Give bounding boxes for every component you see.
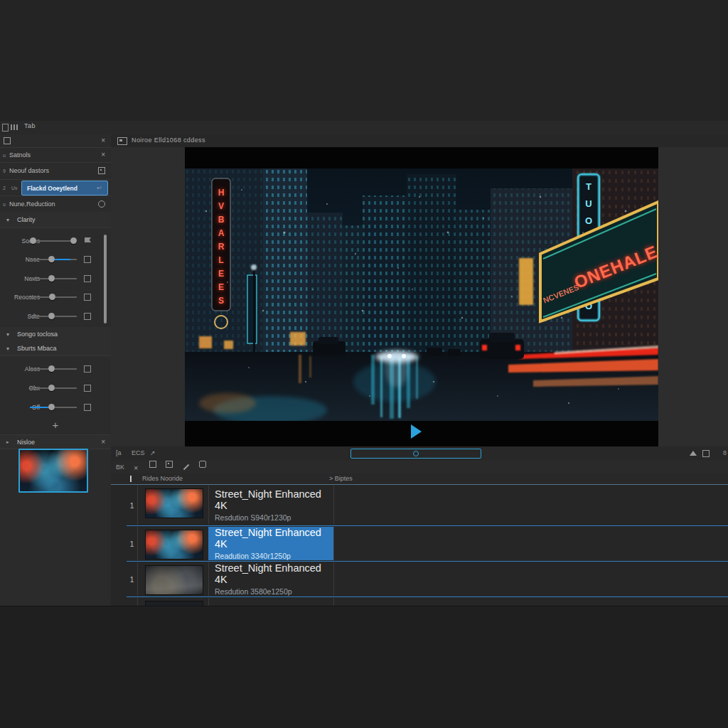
bk-icon[interactable]: BK (116, 464, 124, 471)
slider-checkbox[interactable] (84, 365, 91, 373)
crop-icon[interactable]: [a (116, 449, 122, 456)
selected-effect-chip[interactable]: Flackd Ooeytlend ↩ (21, 181, 108, 196)
clip-row[interactable]: 1 Street_Night Enhanced 4K Resdution 358… (127, 562, 728, 596)
section-songo[interactable]: ▾ Songo toclosa (0, 327, 111, 342)
clip-thumbnail[interactable] (145, 530, 203, 560)
close-icon[interactable]: × (101, 151, 105, 159)
timeline-track-area[interactable] (334, 527, 728, 560)
pen-icon[interactable] (183, 464, 189, 470)
effects-panel: × u Satnols × 9 Neouf dastors 2 Uv Flack… (0, 134, 112, 606)
timeline-track-area[interactable] (334, 562, 728, 596)
section-label: Sburts Mbaca (17, 345, 57, 352)
item-prefix-icon: o (3, 201, 6, 206)
grid-icon[interactable] (11, 124, 19, 130)
circle-icon[interactable] (98, 200, 105, 208)
clip-thumbnail[interactable] (145, 488, 203, 518)
playhead-dot[interactable] (413, 451, 419, 456)
panel-scrollbar[interactable] (104, 235, 107, 323)
section-clarity[interactable]: ▾ Clarity (0, 212, 111, 228)
slider-handle[interactable] (48, 404, 55, 410)
video-frame-illustration: HVBARLEES HVBARLEES TUOKYOVO (185, 168, 658, 421)
panel-item[interactable]: 9 Neouf dastors (0, 162, 111, 180)
export-icon[interactable] (690, 451, 697, 456)
slider-track[interactable] (30, 259, 77, 260)
frame-icon[interactable] (149, 461, 156, 468)
fullscreen-icon[interactable] (702, 450, 710, 457)
thumb-cell (137, 598, 209, 606)
slider-track[interactable] (30, 368, 77, 370)
clip-name-cell[interactable]: Street_Night Enhanced 4K Resdution S940r… (208, 486, 334, 525)
close-icon[interactable]: × (134, 464, 138, 472)
preview-title: Noiroe Elld1068 cddess (132, 136, 205, 144)
slider-track[interactable] (30, 296, 77, 298)
slider-checkbox[interactable] (84, 404, 91, 411)
tab-label[interactable]: Tab (24, 122, 36, 129)
item-label: Nune.Reduction (9, 200, 55, 208)
film-icon (117, 137, 127, 145)
clip-name-cell[interactable]: Street_Night Ofmines 44 (208, 598, 334, 606)
box-icon[interactable] (98, 167, 105, 174)
reset-icon[interactable]: ↩ (97, 186, 102, 191)
panel-item[interactable]: u Satnols × (0, 147, 111, 163)
timeline-toolbar: BK × (111, 461, 728, 474)
app-window: Tab × u Satnols × 9 Neouf dastors 2 Uv F… (0, 0, 728, 728)
slider-row: Reoostes (0, 288, 111, 306)
thumb-cell (137, 562, 209, 596)
chevron-down-icon: ▾ (6, 346, 9, 352)
clip-thumbnail[interactable] (145, 601, 203, 606)
share-arrow-icon[interactable]: ↗ (150, 449, 156, 456)
slider-track[interactable] (30, 387, 77, 389)
clip-row-selected[interactable]: 1 Street_Night Enhanced 4K Readution 334… (127, 527, 728, 560)
section-sburts[interactable]: ▾ Sburts Mbaca (0, 341, 111, 356)
panel-icon[interactable] (4, 137, 11, 144)
slider-track[interactable] (30, 240, 77, 242)
clip-thumbnail[interactable] (145, 565, 203, 595)
playhead-cursor-icon[interactable] (130, 476, 132, 482)
tab-strip: Tab (0, 121, 728, 135)
scrubber-bar[interactable] (350, 449, 481, 459)
close-icon[interactable]: × (101, 439, 105, 446)
clip-name-cell[interactable]: Street_Night Enhanced 4K Readution 3340r… (208, 527, 334, 560)
list-icon[interactable] (2, 124, 9, 132)
slider-track[interactable] (30, 278, 77, 279)
slider-handle[interactable] (30, 237, 36, 244)
slider-checkbox[interactable] (84, 385, 91, 392)
timeline-track-area[interactable] (334, 486, 728, 525)
bottom-background (0, 606, 728, 728)
transport-bar: [a ECS ↗ 8 (111, 446, 728, 461)
slider-checkbox[interactable] (84, 313, 91, 320)
preview-thumbnail[interactable] (18, 449, 88, 493)
play-icon[interactable] (411, 424, 422, 439)
clip-row[interactable]: 1 Street_Night Enhanced 4K Resdution S94… (127, 486, 728, 525)
row-separator (127, 561, 728, 562)
slider-checkbox[interactable] (84, 275, 91, 282)
clip-row[interactable]: Street_Night Ofmines 44 (127, 598, 728, 606)
panel-item-selected[interactable]: 2 Uv Flackd Ooeytlend ↩ (0, 179, 111, 196)
panel-item[interactable]: o Nune.Reduction (0, 196, 111, 213)
video-canvas[interactable]: HVBARLEES HVBARLEES TUOKYOVO (185, 147, 658, 446)
slider-checkbox[interactable] (84, 294, 91, 301)
slider-handle[interactable] (48, 365, 55, 372)
section-label: Nisloe (17, 439, 35, 446)
slider-handle[interactable] (48, 385, 55, 391)
section-nisloe[interactable]: ▸ Nisloe × (0, 435, 111, 449)
timeline-track-area[interactable] (334, 598, 728, 606)
ecs-icon[interactable]: ECS (132, 449, 145, 456)
slider-handle[interactable] (48, 256, 55, 262)
clip-name-cell[interactable]: Street_Night Enhanced 4K Resdution 3580e… (208, 562, 334, 596)
flag-icon[interactable] (85, 237, 91, 242)
box-icon[interactable] (199, 461, 206, 468)
row-separator (127, 596, 728, 597)
slider-track[interactable] (30, 316, 77, 317)
slider-handle[interactable] (48, 275, 55, 282)
add-button[interactable]: + (0, 419, 111, 431)
camera-icon[interactable] (166, 461, 173, 468)
slider-row: Nooe (0, 250, 111, 269)
slider-handle[interactable] (49, 294, 55, 300)
close-icon[interactable]: × (101, 137, 105, 144)
slider-checkbox[interactable] (84, 256, 91, 263)
slider-track[interactable] (30, 407, 77, 408)
slider-handle[interactable] (70, 237, 77, 244)
slider-row: Noxts (0, 269, 111, 288)
slider-handle[interactable] (48, 313, 55, 319)
